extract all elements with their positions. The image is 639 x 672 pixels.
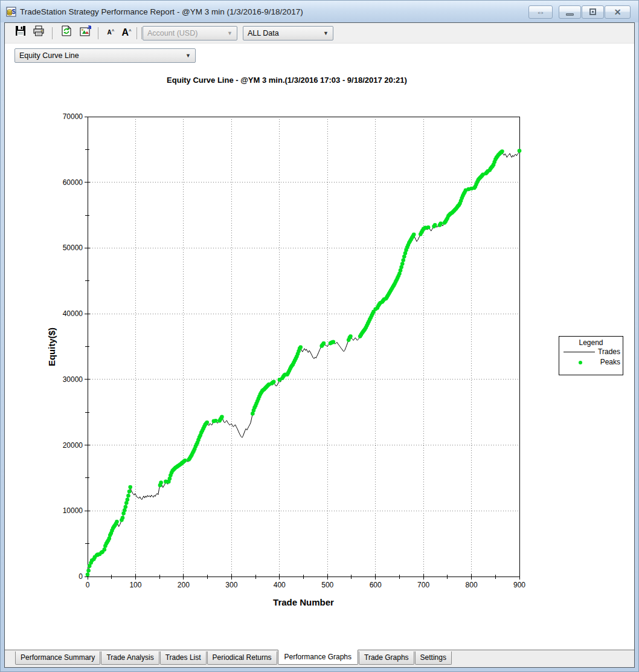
tab-trade-graphs[interactable]: Trade Graphs [359,651,414,665]
legend-entry-peaks: Peaks [559,357,623,367]
svg-text:10000: 10000 [63,506,83,515]
tab-trade-analysis[interactable]: Trade Analysis [101,651,159,665]
window-title: TradeStation Strategy Performance Report… [20,1,303,22]
small-a-icon: A [108,29,112,36]
svg-text:900: 900 [513,581,525,589]
report-tabstrip: Performance SummaryTrade AnalysisTrades … [5,650,634,667]
svg-text:300: 300 [225,581,237,589]
svg-text:100: 100 [129,581,141,589]
floppy-icon [15,25,26,36]
refresh-page-icon [61,25,72,36]
tab-performance-summary[interactable]: Performance Summary [15,651,100,665]
image-export-icon [80,25,92,37]
maximize-button[interactable] [582,5,604,19]
maximize-icon [589,8,596,15]
data-range-select-value: ALL Data [248,29,279,37]
line-sample-icon [564,352,595,352]
minimize-icon [566,13,574,16]
double-arrow-icon: ⇔ [529,6,552,18]
tab-settings[interactable]: Settings [415,651,452,665]
toolbar-separator [141,27,142,39]
toolbar-separator [98,27,98,39]
app-window: $ TradeStation Strategy Performance Repo… [0,0,639,672]
svg-text:60000: 60000 [63,178,83,187]
large-a-icon: A [121,27,129,37]
client-area: A˄ A˄ Account (USD) ▼ ALL Data ▼ Equity … [4,22,635,668]
caret-icon: ˄ [112,28,115,33]
equity-curve-chart: 0100200300400500600700800900010000200003… [5,44,634,648]
app-icon: $ [6,7,16,17]
caret-icon: ˄ [129,28,132,33]
link-windows-button[interactable]: ⇔ [528,5,553,19]
legend-entry-label: Peaks [600,357,620,367]
chevron-down-icon: ▼ [227,27,233,40]
printer-icon [33,25,45,36]
legend-title: Legend [559,337,623,347]
font-decrease-button[interactable]: A˄ [103,25,119,41]
legend-entry-trades: Trades [559,347,623,357]
dot-sample-icon [579,361,582,364]
account-select[interactable]: Account (USD) ▼ [143,26,237,40]
data-range-select[interactable]: ALL Data ▼ [243,26,333,40]
tab-trades-list[interactable]: Trades List [160,651,207,665]
svg-text:50000: 50000 [63,244,83,252]
tab-periodical-returns[interactable]: Periodical Returns [207,651,277,665]
svg-text:800: 800 [466,581,478,589]
x-axis-label: Trade Number [88,597,519,607]
y-axis-label: Equity($) [47,328,57,366]
chart-legend: Legend Trades Peaks [559,336,623,375]
toolbar-separator [52,27,53,39]
toolbar: A˄ A˄ Account (USD) ▼ ALL Data ▼ [5,23,634,44]
refresh-button[interactable] [58,25,74,41]
svg-text:700: 700 [417,581,429,589]
chevron-down-icon: ▼ [323,27,329,40]
print-button[interactable] [30,25,47,41]
legend-entry-label: Trades [598,347,620,357]
svg-text:70000: 70000 [63,112,83,121]
svg-text:30000: 30000 [63,375,83,384]
svg-text:500: 500 [321,581,333,589]
svg-text:20000: 20000 [63,441,83,450]
toolbar-separator [136,27,137,39]
svg-text:40000: 40000 [63,309,83,318]
svg-text:200: 200 [178,581,190,589]
account-select-value: Account (USD) [147,29,197,37]
svg-text:$: $ [11,8,15,15]
minimize-button[interactable] [559,5,581,19]
font-increase-button[interactable]: A˄ [118,25,135,41]
titlebar[interactable]: $ TradeStation Strategy Performance Repo… [1,1,638,22]
export-image-button[interactable] [77,25,94,41]
svg-text:0: 0 [79,572,83,581]
tab-performance-graphs[interactable]: Performance Graphs [278,650,358,665]
save-button[interactable] [12,25,28,41]
svg-text:0: 0 [86,581,90,589]
report-content: Equity Curve Line ▼ Equity Curve Line - … [5,44,634,650]
close-button[interactable]: ✕ [605,5,631,19]
svg-text:600: 600 [370,581,382,589]
svg-text:400: 400 [274,581,286,589]
close-icon: ✕ [605,6,630,18]
